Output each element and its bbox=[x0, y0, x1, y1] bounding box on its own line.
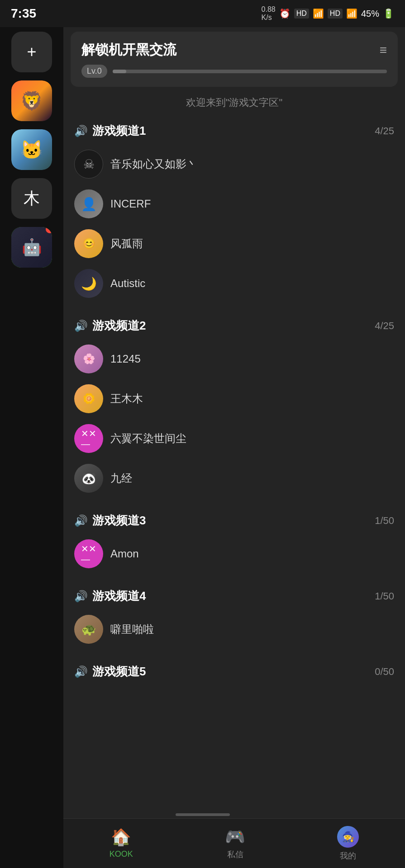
sidebar-item-wood-server[interactable]: 木 bbox=[11, 178, 52, 219]
user-name-u7: 六翼不染世间尘 bbox=[110, 431, 186, 446]
user-row-u1[interactable]: ☠ 音乐如心又如影丶 bbox=[71, 144, 398, 184]
user-avatar-u10: 🐢 bbox=[74, 615, 103, 644]
channel-count-1: 4/25 bbox=[375, 125, 394, 137]
server-level: Lv.0 bbox=[81, 65, 387, 78]
user-row-u2[interactable]: 👤 INCERF bbox=[71, 184, 398, 224]
sidebar-item-robot-server[interactable]: 🤖 bbox=[11, 227, 52, 268]
channel-list: 🔊 游戏频道1 4/25 ☠ 音乐如心又如影丶 👤 INCERF 😊 风孤雨 🌙… bbox=[63, 114, 405, 868]
user-name-u8: 九经 bbox=[110, 471, 132, 486]
channel-count-2: 4/25 bbox=[375, 320, 394, 332]
wood-server-label: 木 bbox=[24, 188, 40, 210]
user-name-u4: Autistic bbox=[110, 277, 145, 290]
channel-name-1: 游戏频道1 bbox=[92, 123, 146, 139]
user-name-u5: 11245 bbox=[110, 353, 141, 365]
battery-text: 45% bbox=[361, 9, 379, 19]
kook-home-icon: 🏠 bbox=[111, 828, 131, 847]
user-row-u5[interactable]: 🌸 11245 bbox=[71, 339, 398, 379]
add-server-button[interactable]: + bbox=[11, 32, 52, 72]
robot-server-avatar: 🤖 bbox=[11, 227, 52, 268]
user-avatar-u1: ☠ bbox=[74, 150, 103, 179]
nav-item-kook[interactable]: 🏠 KOOK bbox=[110, 828, 133, 859]
user-avatar-u4: 🌙 bbox=[74, 269, 103, 298]
nav-item-profile[interactable]: 🧙 我的 bbox=[337, 826, 359, 861]
signal-icon: 📶 bbox=[313, 8, 324, 19]
channel-header-3[interactable]: 🔊 游戏频道3 1/50 bbox=[71, 504, 398, 534]
cat-server-avatar: 🐱 bbox=[11, 129, 52, 170]
channel-name-3: 游戏频道3 bbox=[92, 513, 146, 528]
user-avatar-u9: ✕✕— bbox=[74, 539, 103, 568]
channel-header-5[interactable]: 🔊 游戏频道5 0/50 bbox=[71, 655, 398, 685]
channel-name-4: 游戏频道4 bbox=[92, 588, 146, 604]
channel-section-5: 🔊 游戏频道5 0/50 bbox=[71, 655, 398, 685]
notification-badge bbox=[46, 227, 52, 233]
status-icons: 0.88K/s ⏰ HD 📶 HD 📶 45% 🔋 bbox=[262, 5, 394, 22]
channel-header-left-3: 🔊 游戏频道3 bbox=[74, 513, 146, 528]
sidebar-item-cat-server[interactable]: 🐱 bbox=[11, 129, 52, 170]
channel-count-4: 1/50 bbox=[375, 590, 394, 602]
channel-count-5: 0/50 bbox=[375, 666, 394, 678]
plus-icon: + bbox=[27, 42, 36, 61]
hd-badge: HD bbox=[294, 9, 309, 19]
profile-avatar: 🧙 bbox=[337, 826, 359, 848]
alarm-icon: ⏰ bbox=[279, 8, 291, 19]
user-row-u8[interactable]: 🐼 九经 bbox=[71, 458, 398, 498]
channel-section-3: 🔊 游戏频道3 1/50 ✕✕— Amon bbox=[71, 504, 398, 574]
user-avatar-u5: 🌸 bbox=[74, 344, 103, 373]
voice-channel-icon-5: 🔊 bbox=[74, 665, 88, 678]
nav-item-messages[interactable]: 🎮 私信 bbox=[225, 827, 245, 860]
server-header: 解锁机开黑交流 ≡ Lv.0 bbox=[71, 32, 398, 87]
user-avatar-u7: ✕✕— bbox=[74, 424, 103, 453]
channel-count-3: 1/50 bbox=[375, 515, 394, 527]
user-row-u7[interactable]: ✕✕— 六翼不染世间尘 bbox=[71, 419, 398, 458]
main-content: 解锁机开黑交流 ≡ Lv.0 欢迎来到"游戏文字区" 🔊 游戏频道1 4/25 … bbox=[63, 0, 405, 868]
user-avatar-u6: 🌼 bbox=[74, 384, 103, 413]
channel-header-left-4: 🔊 游戏频道4 bbox=[74, 588, 146, 604]
level-badge: Lv.0 bbox=[81, 65, 107, 78]
hd-badge-2: HD bbox=[328, 9, 343, 19]
server-title: 解锁机开黑交流 bbox=[81, 41, 176, 59]
channel-header-2[interactable]: 🔊 游戏频道2 4/25 bbox=[71, 309, 398, 339]
profile-label: 我的 bbox=[340, 850, 356, 861]
user-name-u6: 王木木 bbox=[110, 392, 143, 406]
user-row-u4[interactable]: 🌙 Autistic bbox=[71, 264, 398, 303]
channel-header-left-2: 🔊 游戏频道2 bbox=[74, 318, 146, 334]
user-row-u10[interactable]: 🐢 噼里啪啦 bbox=[71, 609, 398, 649]
user-name-u10: 噼里啪啦 bbox=[110, 622, 154, 637]
voice-channel-icon-3: 🔊 bbox=[74, 514, 88, 527]
kook-label: KOOK bbox=[110, 849, 133, 859]
menu-icon[interactable]: ≡ bbox=[380, 43, 387, 57]
channel-header-1[interactable]: 🔊 游戏频道1 4/25 bbox=[71, 114, 398, 144]
sidebar: + 🦁 🐱 木 🤖 bbox=[0, 0, 63, 868]
user-name-u2: INCERF bbox=[110, 198, 151, 210]
channel-header-left-1: 🔊 游戏频道1 bbox=[74, 123, 146, 139]
bottom-nav: 🏠 KOOK 🎮 私信 🧙 我的 bbox=[63, 818, 405, 868]
channel-section-1: 🔊 游戏频道1 4/25 ☠ 音乐如心又如影丶 👤 INCERF 😊 风孤雨 🌙… bbox=[71, 114, 398, 303]
battery-icon: 🔋 bbox=[383, 8, 394, 19]
channel-section-2: 🔊 游戏频道2 4/25 🌸 11245 🌼 王木木 ✕✕— 六翼不染世间尘 🐼… bbox=[71, 309, 398, 498]
user-row-u9[interactable]: ✕✕— Amon bbox=[71, 534, 398, 574]
voice-channel-icon-2: 🔊 bbox=[74, 320, 88, 332]
level-bar-background bbox=[113, 70, 387, 73]
signal-icon-2: 📶 bbox=[346, 8, 357, 19]
user-row-u6[interactable]: 🌼 王木木 bbox=[71, 379, 398, 419]
network-speed-icon: 0.88K/s bbox=[262, 5, 276, 22]
channel-section-4: 🔊 游戏频道4 1/50 🐢 噼里啪啦 bbox=[71, 579, 398, 649]
voice-channel-icon-4: 🔊 bbox=[74, 590, 88, 603]
channel-header-4[interactable]: 🔊 游戏频道4 1/50 bbox=[71, 579, 398, 609]
sidebar-item-lion-server[interactable]: 🦁 bbox=[11, 80, 52, 121]
messages-label: 私信 bbox=[227, 849, 243, 860]
status-time: 7:35 bbox=[11, 6, 36, 21]
channel-name-2: 游戏频道2 bbox=[92, 318, 146, 334]
server-header-top: 解锁机开黑交流 ≡ bbox=[81, 41, 387, 59]
user-name-u9: Amon bbox=[110, 547, 139, 560]
user-avatar-u2: 👤 bbox=[74, 189, 103, 218]
lion-server-avatar: 🦁 bbox=[11, 80, 52, 121]
user-name-u3: 风孤雨 bbox=[110, 236, 143, 251]
level-bar-fill bbox=[113, 70, 126, 73]
messages-icon: 🎮 bbox=[225, 827, 245, 846]
channel-name-5: 游戏频道5 bbox=[92, 664, 146, 679]
user-avatar-u3: 😊 bbox=[74, 229, 103, 258]
status-bar: 7:35 0.88K/s ⏰ HD 📶 HD 📶 45% 🔋 bbox=[0, 0, 405, 27]
voice-channel-icon-1: 🔊 bbox=[74, 125, 88, 137]
user-row-u3[interactable]: 😊 风孤雨 bbox=[71, 224, 398, 264]
